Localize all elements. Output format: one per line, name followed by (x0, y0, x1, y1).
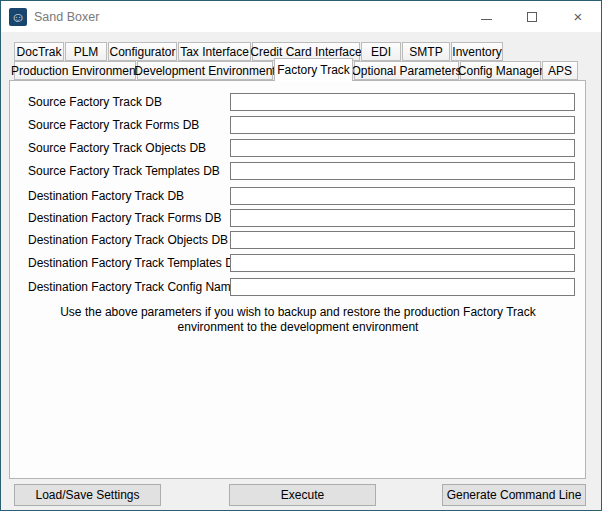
app-window: ☺ Sand Boxer × DocTrak PLM Configurator … (0, 0, 602, 511)
tab-optional-parameters[interactable]: Optional Parameters (354, 61, 459, 80)
load-save-settings-button[interactable]: Load/Save Settings (14, 484, 161, 506)
destination-factory-track-forms-db-label: Destination Factory Track Forms DB (28, 211, 221, 225)
destination-factory-track-db-input[interactable] (230, 187, 575, 205)
tab-configurator[interactable]: Configurator (108, 42, 177, 61)
destination-factory-track-config-name-input[interactable] (230, 278, 575, 296)
tab-doctrak[interactable]: DocTrak (14, 42, 64, 61)
tab-factory-track[interactable]: Factory Track (274, 58, 353, 81)
app-smiley-icon: ☺ (9, 8, 27, 26)
form-row: Destination Factory Track Config Name (10, 278, 585, 296)
form-row: Source Factory Track Objects DB (10, 139, 585, 157)
source-factory-track-forms-db-input[interactable] (230, 116, 575, 134)
tab-development-environment[interactable]: Development Environment (137, 61, 273, 80)
source-factory-track-objects-db-label: Source Factory Track Objects DB (28, 141, 206, 155)
factory-track-panel: Source Factory Track DB Source Factory T… (9, 80, 586, 479)
form-row: Destination Factory Track DB (10, 187, 585, 205)
destination-factory-track-config-name-label: Destination Factory Track Config Name (28, 280, 237, 294)
tab-aps[interactable]: APS (542, 61, 578, 80)
close-button[interactable]: × (555, 1, 601, 32)
maximize-icon (527, 12, 537, 22)
maximize-button[interactable] (509, 1, 555, 32)
form-row: Destination Factory Track Objects DB (10, 231, 585, 249)
backup-restore-note: Use the above parameters if you wish to … (28, 305, 568, 335)
destination-factory-track-forms-db-input[interactable] (230, 209, 575, 227)
destination-factory-track-templates-db-label: Destination Factory Track Templates DB (28, 256, 242, 270)
window-title: Sand Boxer (34, 10, 99, 24)
tab-production-environment[interactable]: Production Environment (14, 61, 136, 80)
destination-factory-track-db-label: Destination Factory Track DB (28, 189, 184, 203)
destination-factory-track-objects-db-input[interactable] (230, 231, 575, 249)
tab-plm[interactable]: PLM (65, 42, 107, 61)
source-factory-track-db-label: Source Factory Track DB (28, 95, 162, 109)
form-row: Source Factory Track DB (10, 93, 585, 111)
execute-button[interactable]: Execute (229, 484, 376, 506)
close-icon: × (574, 9, 583, 24)
form-row: Destination Factory Track Forms DB (10, 209, 585, 227)
minimize-icon (481, 19, 492, 20)
form-row: Source Factory Track Templates DB (10, 162, 585, 180)
generate-command-line-button[interactable]: Generate Command Line (442, 484, 586, 506)
source-factory-track-templates-db-label: Source Factory Track Templates DB (28, 164, 220, 178)
source-factory-track-templates-db-input[interactable] (230, 162, 575, 180)
source-factory-track-objects-db-input[interactable] (230, 139, 575, 157)
source-factory-track-db-input[interactable] (230, 93, 575, 111)
form-row: Destination Factory Track Templates DB (10, 254, 585, 272)
source-factory-track-forms-db-label: Source Factory Track Forms DB (28, 118, 199, 132)
form-row: Source Factory Track Forms DB (10, 116, 585, 134)
tab-inventory[interactable]: Inventory (451, 42, 503, 61)
tab-edi[interactable]: EDI (361, 42, 401, 61)
tab-tax-interface[interactable]: Tax Interface (178, 42, 251, 61)
destination-factory-track-objects-db-label: Destination Factory Track Objects DB (28, 233, 228, 247)
tab-smtp[interactable]: SMTP (402, 42, 450, 61)
title-bar[interactable]: ☺ Sand Boxer × (1, 1, 601, 32)
destination-factory-track-templates-db-input[interactable] (230, 254, 575, 272)
tab-config-manager[interactable]: Config Manager (460, 61, 541, 80)
minimize-button[interactable] (463, 1, 509, 32)
